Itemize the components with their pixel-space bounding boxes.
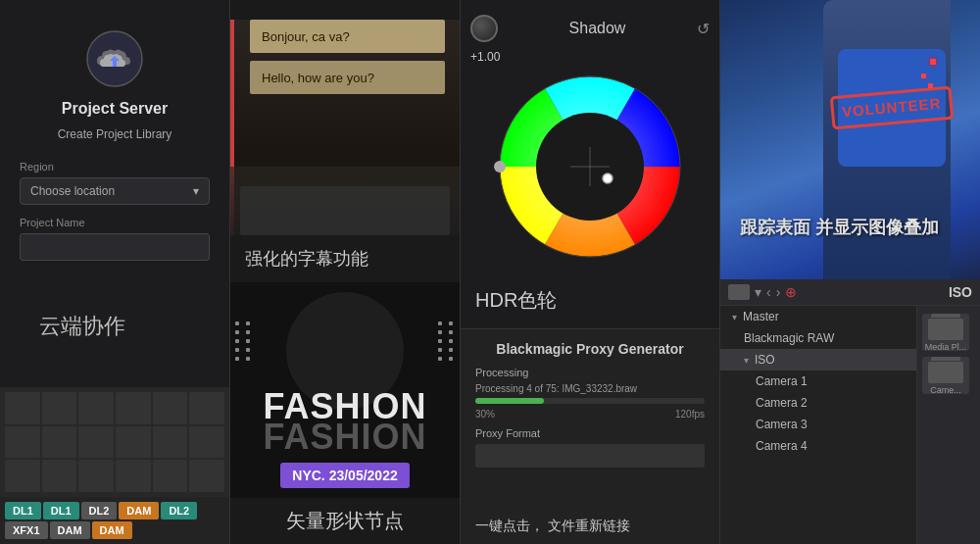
panel-subtitles-fashion: Bonjour, ca va? Hello, how are you? 强化的字… <box>230 0 461 544</box>
node-cell <box>153 460 188 492</box>
layout-icon[interactable] <box>728 284 750 300</box>
chevron-down-icon[interactable]: ▾ <box>755 284 761 300</box>
forward-icon[interactable]: › <box>776 284 781 300</box>
tree-label-camera1: Camera 1 <box>756 374 808 388</box>
media-folder-1[interactable]: Media Pl... <box>922 314 969 351</box>
chevron-down-icon: ▾ <box>193 184 199 198</box>
panel-project-server: Project Server Create Project Library Re… <box>0 0 230 544</box>
subtitle-caption: 强化的字幕功能 <box>230 235 460 282</box>
tag-dam-3: DAM <box>92 521 132 539</box>
tree-label-blackmagic-raw: Blackmagic RAW <box>744 331 834 345</box>
processing-label: Processing <box>475 367 705 378</box>
proxy-info-row: 30% 120fps <box>475 409 705 420</box>
proxy-progress-bar <box>475 398 705 404</box>
back-icon[interactable]: ‹ <box>766 284 771 300</box>
color-wheel-svg <box>492 69 688 265</box>
media-folder-2[interactable]: Came... <box>922 357 969 394</box>
node-cell <box>42 460 77 492</box>
node-cell <box>189 426 224 459</box>
node-cell <box>42 426 77 459</box>
processing-file: Processing 4 of 75: IMG_33232.braw <box>475 383 705 394</box>
dot-grid-right <box>438 321 455 361</box>
tree-item-camera1[interactable]: Camera 1 <box>720 371 916 392</box>
tracking-image-section: VOLUNTEER 跟踪表面 并显示图像叠加 <box>720 0 980 279</box>
volunteer-badge-text: VOLUNTEER <box>842 95 943 121</box>
tracking-caption: 跟踪表面 并显示图像叠加 <box>740 216 960 240</box>
tracking-text: 跟踪表面 并显示图像叠加 <box>740 216 960 240</box>
shadow-knob[interactable] <box>470 15 498 42</box>
subtitle-text-1: Bonjour, ca va? <box>262 29 350 44</box>
subtitle-box-2: Hello, how are you? <box>250 61 445 94</box>
tree-item-master[interactable]: ▾ Master <box>720 306 916 327</box>
node-grid <box>0 387 229 497</box>
tag-dl2-1: DL2 <box>81 502 118 519</box>
shadow-reset-icon[interactable]: ↺ <box>697 20 710 38</box>
tag-dl1-1: DL1 <box>5 502 41 519</box>
region-select-value: Choose location <box>30 184 115 198</box>
panel1-top-section: Project Server Create Project Library Re… <box>0 0 229 387</box>
iso-section: ▾ ‹ › ⊕ ISO ▾ Master Blackmagic RAW ▾ IS… <box>720 279 980 544</box>
one-click-caption: 一键点击， 文件重新链接 <box>461 509 719 544</box>
proxy-format-bar <box>475 444 705 468</box>
tree-label-camera3: Camera 3 <box>756 418 808 431</box>
tree-label-camera2: Camera 2 <box>756 396 808 410</box>
node-cell <box>42 392 77 424</box>
dot-grid-left <box>235 321 252 361</box>
project-server-title: Project Server <box>62 100 169 118</box>
tree-label-iso: ISO <box>755 353 775 367</box>
node-cell <box>78 392 114 424</box>
tag-dl1-2: DL1 <box>43 502 79 519</box>
vector-caption: 矢量形状节点 <box>230 498 460 544</box>
node-cell <box>5 426 40 459</box>
tag-dam-2: DAM <box>50 521 90 539</box>
cloud-coop-label: 云端协作 <box>20 302 145 351</box>
iso-tree: ▾ Master Blackmagic RAW ▾ ISO Camera 1 C… <box>720 306 916 544</box>
tree-label-master: Master <box>743 310 779 323</box>
color-wheel-container[interactable] <box>492 69 688 265</box>
region-form-group: Region Choose location ▾ <box>20 161 210 205</box>
proxy-generator-title: Blackmagic Proxy Generator <box>475 341 705 357</box>
media-panel: Media Pl... Came... <box>916 306 980 544</box>
node-cell <box>116 460 151 492</box>
subtitle-box-1: Bonjour, ca va? <box>250 20 445 53</box>
node-cell <box>78 426 114 459</box>
fashion-title: FASHION <box>263 389 426 424</box>
panel-tracking-iso: VOLUNTEER 跟踪表面 并显示图像叠加 ▾ ‹ › ⊕ ISO ▾ Mas… <box>720 0 980 544</box>
svg-point-7 <box>603 173 612 183</box>
project-name-label: Project Name <box>20 217 210 228</box>
proxy-format-label: Proxy Format <box>475 427 705 439</box>
subtitle-text-2: Hello, how are you? <box>262 71 374 85</box>
subtitle-section: Bonjour, ca va? Hello, how are you? <box>230 0 460 235</box>
fashion-section: FASHION FASHION NYC. 23/05/2022 <box>230 282 460 498</box>
shadow-value: +1.00 <box>470 50 500 64</box>
tag-dl2-2: DL2 <box>161 502 197 519</box>
iso-toolbar: ▾ ‹ › ⊕ ISO <box>720 279 980 306</box>
node-cell <box>116 426 151 459</box>
tree-item-blackmagic-raw[interactable]: Blackmagic RAW <box>720 327 916 349</box>
region-label: Region <box>20 161 210 173</box>
tree-item-iso[interactable]: ▾ ISO <box>720 349 916 371</box>
tree-item-camera3[interactable]: Camera 3 <box>720 414 916 435</box>
tree-item-camera2[interactable]: Camera 2 <box>720 392 916 414</box>
node-cell <box>153 392 188 424</box>
tree-item-camera4[interactable]: Camera 4 <box>720 435 916 457</box>
create-library-button[interactable]: Create Project Library <box>58 127 172 141</box>
chevron-icon: ▾ <box>744 355 749 366</box>
tag-xfx1: XFX1 <box>5 521 48 539</box>
proxy-percent: 30% <box>475 409 495 420</box>
chevron-icon: ▾ <box>732 312 737 322</box>
region-select[interactable]: Choose location ▾ <box>20 177 210 205</box>
proxy-fps: 120fps <box>675 409 705 420</box>
project-name-form-group: Project Name <box>20 217 210 261</box>
iso-title: ISO <box>949 284 972 300</box>
link-icon[interactable]: ⊕ <box>785 284 797 300</box>
iso-content-row: ▾ Master Blackmagic RAW ▾ ISO Camera 1 C… <box>720 306 980 544</box>
node-cell <box>189 460 224 492</box>
project-name-input[interactable] <box>20 233 210 261</box>
node-cell <box>5 392 40 424</box>
tag-dam-1: DAM <box>119 502 159 519</box>
panel-hdr-proxy: Shadow ↺ +1.00 <box>461 0 720 544</box>
node-cell <box>78 460 114 492</box>
subtitle-background: Bonjour, ca va? Hello, how are you? <box>230 20 460 235</box>
cloud-icon <box>85 29 144 88</box>
